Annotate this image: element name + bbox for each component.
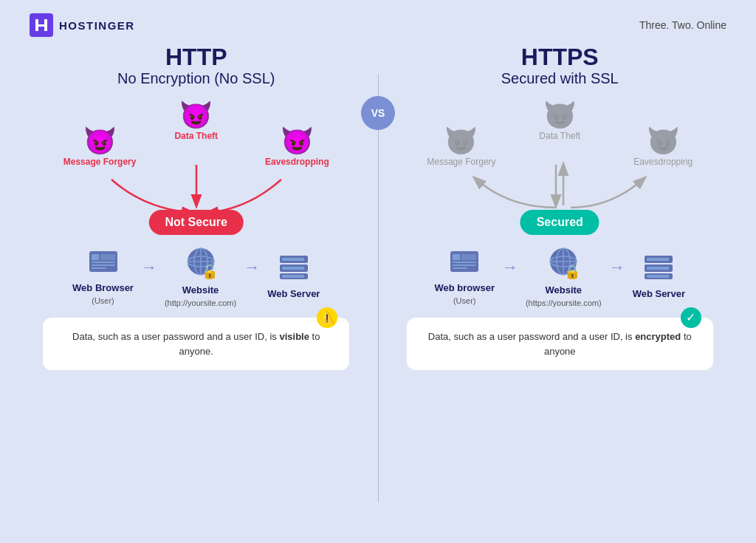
logo: HOSTINGER bbox=[30, 13, 135, 37]
svg-rect-32 bbox=[647, 267, 669, 270]
header: HOSTINGER Three. Two. Online bbox=[0, 0, 756, 37]
villain-icon-right: 😈 bbox=[281, 128, 314, 154]
https-threat-left-label: Message Forgery bbox=[427, 157, 495, 167]
https-subtitle: Secured with SSL bbox=[501, 70, 619, 87]
http-subtitle: No Encryption (No SSL) bbox=[117, 70, 275, 87]
http-website-name: Website bbox=[182, 284, 219, 296]
villain-gray-right: 😈 bbox=[647, 128, 680, 154]
http-browser-name: Web Browser bbox=[72, 282, 134, 293]
svg-rect-5 bbox=[92, 267, 106, 269]
svg-rect-30 bbox=[647, 258, 669, 261]
http-server-device: Web Server bbox=[267, 254, 320, 299]
https-data-theft: 😈 Data Theft bbox=[539, 102, 580, 141]
svg-rect-2 bbox=[92, 254, 99, 260]
main-content: HTTP No Encryption (No SSL) 😈 Message Fo… bbox=[0, 37, 756, 536]
https-threat-center-label: Data Theft bbox=[539, 131, 580, 141]
http-threat-left-label: Message Forgery bbox=[63, 157, 137, 167]
http-website-sub: (http://yoursite.com) bbox=[165, 298, 236, 307]
svg-rect-17 bbox=[282, 275, 304, 278]
server-icon-http bbox=[278, 254, 309, 285]
https-server-name: Web Server bbox=[633, 288, 685, 299]
https-message-forgery: 😈 Message Forgery bbox=[427, 128, 495, 167]
https-browser-sub: (User) bbox=[453, 296, 476, 305]
villain-icon-center: 😈 bbox=[179, 102, 213, 129]
https-threat-right-label: Eavesdropping bbox=[633, 157, 693, 167]
logo-text: HOSTINGER bbox=[59, 19, 135, 32]
secured-badge: Secured bbox=[520, 210, 599, 235]
arrow-browser-to-website-https: → bbox=[502, 258, 518, 277]
svg-rect-3 bbox=[92, 262, 115, 263]
server-icon-https bbox=[643, 254, 674, 285]
http-eavesdropping: 😈 Eavesdropping bbox=[265, 128, 329, 167]
tagline: Three. Two. Online bbox=[639, 19, 726, 31]
villain-gray-left: 😈 bbox=[444, 128, 478, 154]
hostinger-logo-icon bbox=[30, 13, 53, 37]
svg-rect-20 bbox=[453, 262, 476, 263]
arrow-website-to-server-http: → bbox=[244, 258, 260, 277]
https-devices-row: Web browser (User) → 🔒 bbox=[386, 246, 735, 307]
svg-rect-4 bbox=[92, 264, 115, 266]
svg-rect-19 bbox=[453, 254, 460, 260]
http-browser-device: Web Browser (User) bbox=[72, 248, 134, 305]
http-threats-area: 😈 Message Forgery 😈 Data Theft 😈 Eavesdr… bbox=[56, 98, 337, 242]
http-server-name: Web Server bbox=[267, 288, 320, 299]
https-threats-area: 😈 Message Forgery 😈 Data Theft 😈 Eavesdr… bbox=[419, 98, 700, 242]
http-browser-sub: (User) bbox=[92, 296, 114, 305]
http-info-bold: visible bbox=[279, 331, 309, 342]
lock-icon-https: 🔒 bbox=[564, 264, 580, 280]
http-threat-right-label: Eavesdropping bbox=[265, 157, 329, 167]
https-website-device: 🔒 Website (https://yoursite.com) bbox=[526, 246, 602, 307]
http-panel: HTTP No Encryption (No SSL) 😈 Message Fo… bbox=[22, 44, 371, 521]
svg-rect-6 bbox=[100, 254, 115, 260]
svg-rect-22 bbox=[453, 267, 467, 269]
svg-rect-15 bbox=[282, 267, 304, 270]
https-eavesdropping: 😈 Eavesdropping bbox=[633, 128, 693, 167]
http-threat-center-label: Data Theft bbox=[174, 131, 218, 141]
arrow-browser-to-website-http: → bbox=[141, 258, 157, 277]
not-secure-badge: Not Secure bbox=[149, 210, 244, 235]
https-browser-name: Web browser bbox=[435, 282, 495, 293]
http-message-forgery: 😈 Message Forgery bbox=[63, 128, 137, 167]
warning-badge-icon: ⚠️ bbox=[317, 307, 337, 328]
arrow-website-to-server-https: → bbox=[609, 258, 625, 277]
browser-icon-https bbox=[450, 248, 479, 279]
https-title: HTTPS bbox=[521, 44, 599, 70]
svg-rect-34 bbox=[647, 275, 669, 278]
https-info-box: ✓ Data, such as a user password and a us… bbox=[407, 318, 713, 370]
svg-rect-23 bbox=[461, 254, 476, 260]
https-browser-device: Web browser (User) bbox=[435, 248, 495, 305]
https-panel: HTTPS Secured with SSL 😈 Message Forgery… bbox=[386, 44, 735, 521]
http-data-theft: 😈 Data Theft bbox=[174, 102, 218, 141]
http-info-text: Data, such as a user password and a user… bbox=[72, 331, 279, 342]
http-title: HTTP bbox=[165, 44, 227, 70]
https-info-bold: encrypted bbox=[635, 331, 681, 342]
browser-icon bbox=[89, 248, 118, 279]
villain-gray-center: 😈 bbox=[543, 102, 577, 129]
https-info-text: Data, such as a user password and a user… bbox=[428, 331, 635, 342]
https-globe-container: 🔒 bbox=[548, 246, 579, 281]
success-badge-icon: ✓ bbox=[681, 307, 701, 328]
panel-divider bbox=[378, 74, 379, 502]
https-website-sub: (https://yoursite.com) bbox=[526, 298, 602, 307]
https-website-name: Website bbox=[545, 284, 582, 296]
http-globe-container: 🔓 bbox=[185, 246, 216, 281]
http-devices-row: Web Browser (User) → 🔓 bbox=[22, 246, 371, 307]
https-server-device: Web Server bbox=[633, 254, 685, 299]
svg-rect-21 bbox=[453, 264, 476, 266]
lock-icon-http: 🔓 bbox=[202, 264, 218, 280]
villain-icon-left: 😈 bbox=[83, 128, 117, 154]
svg-rect-13 bbox=[282, 258, 304, 261]
http-info-box: ⚠️ Data, such as a user password and a u… bbox=[43, 318, 349, 370]
http-website-device: 🔓 Website (http://yoursite.com) bbox=[165, 246, 236, 307]
vs-badge: VS bbox=[361, 96, 395, 130]
